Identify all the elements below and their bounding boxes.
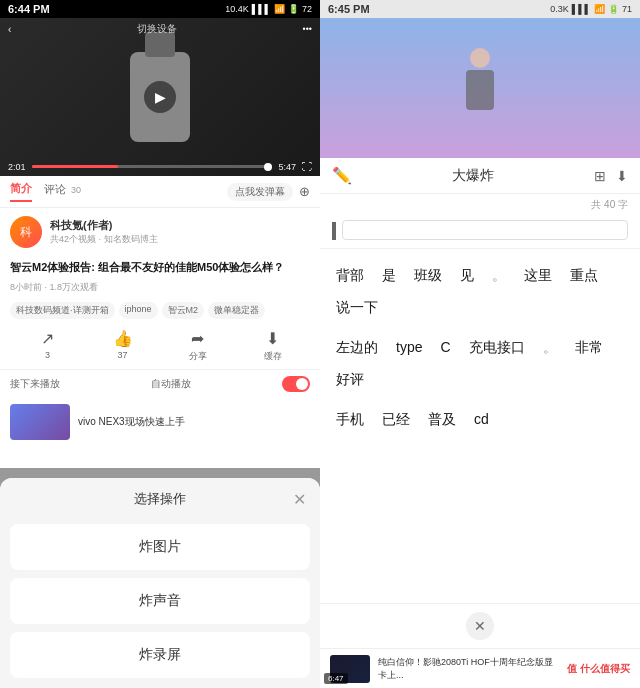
video-title: 智云M2体验报告: 组合最不友好的佳能M50体验怎么样？ bbox=[0, 256, 320, 281]
pencil-icon[interactable]: ✏️ bbox=[332, 166, 352, 185]
author-section: 科 科技氪(作者) 共42个视频 · 知名数码博主 bbox=[0, 208, 320, 256]
tags-row: 科技数码频道·详测开箱 iphone 智云M2 微单稳定器 bbox=[0, 298, 320, 323]
autoplay-row: 接下来播放 自动播放 bbox=[0, 370, 320, 398]
action-like[interactable]: 👍 37 bbox=[85, 329, 160, 363]
crop-icon[interactable]: ⊞ bbox=[594, 168, 606, 184]
word-0-4: 。 bbox=[488, 265, 510, 287]
person-body bbox=[466, 70, 494, 110]
tag-0[interactable]: 科技数码频道·详测开箱 bbox=[10, 302, 115, 319]
right-battery-level: 71 bbox=[622, 4, 632, 14]
play-button[interactable]: ▶ bbox=[144, 81, 176, 113]
right-time: 6:45 PM bbox=[328, 3, 370, 15]
wifi-icon: 📶 bbox=[274, 4, 285, 14]
modal-close-button[interactable]: ✕ bbox=[293, 490, 306, 509]
tag-3[interactable]: 微单稳定器 bbox=[208, 302, 265, 319]
right-network: 0.3K bbox=[550, 4, 569, 14]
word-0-1[interactable]: 是 bbox=[378, 265, 400, 287]
word-1-3[interactable]: 充电接口 bbox=[465, 337, 529, 359]
ad-bar[interactable]: 6:47 纯白信仰！影驰2080Ti HOF十周年纪念版显卡上... 值 什么值… bbox=[320, 648, 640, 688]
autoplay-label: 自动播放 bbox=[151, 377, 191, 391]
word-1-1[interactable]: type bbox=[392, 337, 426, 357]
forward-label: 分享 bbox=[189, 350, 207, 363]
status-bar-right: 6:45 PM 0.3K ▌▌▌ 📶 🔋 71 bbox=[320, 0, 640, 18]
danmu-button[interactable]: 点我发弹幕 bbox=[227, 183, 293, 201]
char-count: 共 40 字 bbox=[320, 194, 640, 212]
ad-thumbnail: 6:47 bbox=[330, 655, 370, 683]
battery-icon: 🔋 bbox=[288, 4, 299, 14]
action-download[interactable]: ⬇ 缓存 bbox=[235, 329, 310, 363]
word-row-2: 手机 已经 普及 cd bbox=[332, 409, 628, 431]
action-forward[interactable]: ➦ 分享 bbox=[160, 329, 235, 363]
word-1-6[interactable]: 好评 bbox=[332, 369, 368, 391]
back-icon[interactable]: ‹ bbox=[8, 24, 11, 35]
close-editor-button[interactable]: ✕ bbox=[466, 612, 494, 640]
editor-right-icons: ⊞ ⬇ bbox=[594, 168, 628, 184]
word-0-2[interactable]: 班级 bbox=[410, 265, 446, 287]
author-name: 科技氪(作者) bbox=[50, 218, 158, 233]
video-top-bar: ‹ 切换设备 ••• bbox=[0, 18, 320, 40]
text-input-area bbox=[320, 212, 640, 249]
signal-icon: ▌▌▌ bbox=[252, 4, 271, 14]
editor-panel: ✏️ 大爆炸 ⊞ ⬇ 共 40 字 背部 是 班级 见 。 这里 重点 bbox=[320, 158, 640, 648]
modal-box: 选择操作 ✕ 炸图片 炸声音 炸录屏 bbox=[0, 478, 320, 688]
word-tags-area: 背部 是 班级 见 。 这里 重点 说一下 左边的 type C 充电接口 。 … bbox=[320, 249, 640, 603]
word-2-3[interactable]: cd bbox=[470, 409, 493, 429]
progress-dot bbox=[264, 163, 272, 171]
modal-btn-0[interactable]: 炸图片 bbox=[10, 524, 310, 570]
cursor-indicator bbox=[332, 222, 336, 240]
word-1-2[interactable]: C bbox=[436, 337, 454, 357]
fullscreen-button[interactable]: ⛶ bbox=[302, 161, 312, 172]
share-small-icon[interactable]: ⊕ bbox=[299, 184, 310, 199]
video-progress-bar[interactable]: 2:01 5:47 ⛶ bbox=[0, 157, 320, 176]
progress-fill bbox=[32, 165, 119, 168]
word-2-1[interactable]: 已经 bbox=[378, 409, 414, 431]
video-meta: 8小时前 · 1.8万次观看 bbox=[0, 281, 320, 298]
next-video-title: vivo NEX3现场快速上手 bbox=[78, 415, 185, 429]
current-time: 2:01 bbox=[8, 162, 26, 172]
word-0-5[interactable]: 这里 bbox=[520, 265, 556, 287]
word-0-6[interactable]: 重点 bbox=[566, 265, 602, 287]
bottom-close-bar: ✕ bbox=[320, 603, 640, 648]
total-time: 5:47 bbox=[278, 162, 296, 172]
modal-btn-2[interactable]: 炸录屏 bbox=[10, 632, 310, 678]
modal-btn-1[interactable]: 炸声音 bbox=[10, 578, 310, 624]
tag-2[interactable]: 智云M2 bbox=[162, 302, 205, 319]
ad-time-badge: 6:47 bbox=[324, 673, 348, 684]
left-time: 6:44 PM bbox=[8, 3, 50, 15]
right-signal-icon: ▌▌▌ bbox=[572, 4, 591, 14]
tag-1[interactable]: iphone bbox=[119, 302, 158, 319]
ad-value-logo: 值 什么值得买 bbox=[567, 662, 630, 676]
word-0-0[interactable]: 背部 bbox=[332, 265, 368, 287]
word-row-0: 背部 是 班级 见 。 这里 重点 说一下 bbox=[332, 265, 628, 319]
progress-track[interactable] bbox=[32, 165, 273, 168]
autoplay-toggle[interactable] bbox=[282, 376, 310, 392]
like-action-icon: 👍 bbox=[113, 329, 133, 348]
right-wifi-icon: 📶 bbox=[594, 4, 605, 14]
next-video-row[interactable]: vivo NEX3现场快速上手 bbox=[0, 398, 320, 446]
comment-count: 30 bbox=[71, 185, 81, 195]
tab-comments[interactable]: 评论 30 bbox=[44, 182, 81, 201]
action-row: ↗ 3 👍 37 ➦ 分享 ⬇ 缓存 bbox=[0, 323, 320, 370]
word-2-2[interactable]: 普及 bbox=[424, 409, 460, 431]
action-share[interactable]: ↗ 3 bbox=[10, 329, 85, 363]
more-icon[interactable]: ••• bbox=[303, 24, 312, 34]
word-1-5[interactable]: 非常 bbox=[571, 337, 607, 359]
network-indicator: 10.4K bbox=[225, 4, 249, 14]
editor-title: 大爆炸 bbox=[358, 167, 588, 185]
download-label: 缓存 bbox=[264, 350, 282, 363]
video-tabs: 简介 评论 30 点我发弹幕 ⊕ bbox=[0, 176, 320, 208]
right-video-content bbox=[320, 18, 640, 158]
word-1-0[interactable]: 左边的 bbox=[332, 337, 382, 359]
word-2-0[interactable]: 手机 bbox=[332, 409, 368, 431]
text-input[interactable] bbox=[342, 220, 628, 240]
person-head bbox=[470, 48, 490, 68]
word-0-7[interactable]: 说一下 bbox=[332, 297, 382, 319]
modal-header: 选择操作 ✕ bbox=[0, 478, 320, 520]
right-battery-icon: 🔋 bbox=[608, 4, 619, 14]
word-0-3[interactable]: 见 bbox=[456, 265, 478, 287]
battery-level: 72 bbox=[302, 4, 312, 14]
avatar[interactable]: 科 bbox=[10, 216, 42, 248]
tab-intro[interactable]: 简介 bbox=[10, 181, 32, 202]
download-icon[interactable]: ⬇ bbox=[616, 168, 628, 184]
video-container[interactable]: ‹ 切换设备 ••• ▶ 2:01 5:47 ⛶ bbox=[0, 18, 320, 176]
